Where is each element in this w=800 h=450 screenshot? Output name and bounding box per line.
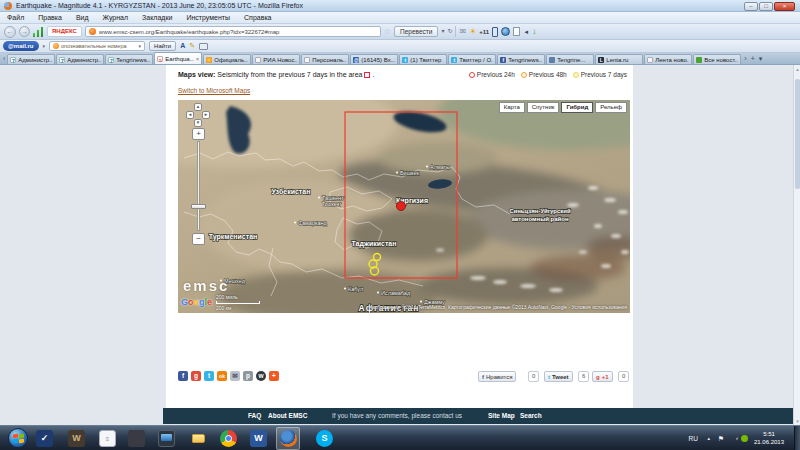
translate-button[interactable]: Перевести xyxy=(394,26,438,37)
map-button-gibrid[interactable]: Гибрид xyxy=(561,102,593,113)
yandex-button[interactable]: ЯНДЕКС xyxy=(47,26,82,37)
tab-twitter-2[interactable]: tТвиттер / О... xyxy=(448,54,496,64)
wordpress-share-icon[interactable]: w xyxy=(256,371,266,381)
taskbar-word-icon[interactable]: W xyxy=(250,430,267,447)
tray-expand-icon[interactable]: ▴ xyxy=(707,435,710,441)
globe-extension-icon[interactable] xyxy=(501,27,510,36)
start-button[interactable] xyxy=(8,428,28,448)
tab-close-icon[interactable]: × xyxy=(196,56,200,62)
tab-earthquake-active[interactable]: ≈Earthqua...× xyxy=(154,52,202,64)
url-bar[interactable]: www.emsc-csem.org/Earthquake/earthquake.… xyxy=(85,26,381,37)
footer-about-link[interactable]: About EMSC xyxy=(268,412,307,419)
taskbar-explorer-icon[interactable] xyxy=(190,430,207,447)
maximize-button[interactable]: □ xyxy=(759,2,773,11)
tab-inbox[interactable]: @(16145) Вх... xyxy=(350,54,398,64)
taskbar-firefox-icon[interactable] xyxy=(280,430,297,447)
mailru-dropdown-icon[interactable]: ▾ xyxy=(43,43,46,49)
odnoklassniki-share-icon[interactable]: ok xyxy=(217,371,227,381)
zoom-out-button[interactable]: − xyxy=(192,233,205,245)
map-button-sputnik[interactable]: Спутник xyxy=(527,102,560,113)
taskbar-dark-app-icon[interactable] xyxy=(128,430,145,447)
seismicity-map[interactable]: Узбекистан Туркменистан Киргизия Таджики… xyxy=(178,100,630,313)
show-desktop-button[interactable] xyxy=(794,426,800,450)
plusone-button[interactable]: g+1 xyxy=(592,371,613,382)
taskbar-chrome-icon[interactable] xyxy=(220,430,237,447)
footer-sitemap-link[interactable]: Site Map xyxy=(488,412,515,419)
taskbar-display-icon[interactable] xyxy=(158,430,175,447)
rank-bars-icon[interactable] xyxy=(33,26,44,37)
addthis-share-icon[interactable]: + xyxy=(269,371,279,381)
print-icon[interactable]: p xyxy=(243,371,253,381)
tab-tengrinews-facebook[interactable]: fTengrinews... xyxy=(497,54,545,64)
tab-admin-1[interactable]: 7Администр... xyxy=(7,54,55,64)
taskbar-check-app-icon[interactable]: ✓ xyxy=(36,430,53,447)
mailru-search-value[interactable]: опознавательные номера xyxy=(61,43,136,49)
pan-control[interactable]: ▲ ◄ ► ▼ xyxy=(186,103,210,127)
twitter-share-icon[interactable]: t xyxy=(204,371,214,381)
map-button-relef[interactable]: Рельеф xyxy=(595,102,627,113)
mail-extension-icon[interactable]: ✉ xyxy=(459,26,466,38)
pan-up-icon[interactable]: ▲ xyxy=(194,103,202,111)
vertical-scrollbar[interactable]: ▴ ▾ xyxy=(793,65,800,425)
network-icon[interactable]: ⸗ xyxy=(736,435,738,441)
tab-lenta-news[interactable]: Лента ново... xyxy=(644,54,692,64)
menu-help[interactable]: Справка xyxy=(237,14,278,21)
zoom-slider-handle[interactable] xyxy=(191,204,206,209)
taskbar-wot-icon[interactable]: W xyxy=(68,430,85,447)
tab-admin-2[interactable]: 7Администр... xyxy=(56,54,104,64)
pan-down-icon[interactable]: ▼ xyxy=(194,119,202,127)
pan-left-icon[interactable]: ◄ xyxy=(186,111,194,119)
weather-extension-icon[interactable]: ☀ xyxy=(469,26,476,38)
tab-tengrinews-admin[interactable]: 7Tengrinews... xyxy=(105,54,153,64)
action-center-flag-icon[interactable]: ⚑ xyxy=(718,435,724,443)
googleplus-share-icon[interactable]: g xyxy=(191,371,201,381)
scroll-down-icon[interactable]: ▾ xyxy=(794,418,800,424)
footer-comments-link[interactable]: If you have any comments, please contact… xyxy=(332,412,462,419)
tab-personal[interactable]: Персональ... xyxy=(301,54,349,64)
scrollbar-thumb[interactable] xyxy=(795,79,800,189)
translate-dropdown-icon[interactable]: ▾ xyxy=(441,26,444,37)
fontsize-icon[interactable]: A xyxy=(180,41,185,51)
reload-icon[interactable]: ↻ xyxy=(447,26,452,37)
find-button[interactable]: Найти xyxy=(149,41,176,51)
tab-ria-news[interactable]: РИА Новос... xyxy=(252,54,300,64)
speaker-extension-icon[interactable]: ◄ xyxy=(523,26,529,38)
bookmark-star-icon[interactable]: ☆ xyxy=(384,27,391,36)
taskbar-notepad-icon[interactable]: ≡ xyxy=(99,430,116,447)
footer-faq-link[interactable]: FAQ xyxy=(248,412,261,419)
pan-right-icon[interactable]: ► xyxy=(202,111,210,119)
epicenter-marker[interactable] xyxy=(397,202,406,211)
back-button[interactable]: ← xyxy=(4,26,16,38)
menu-file[interactable]: Файл xyxy=(0,14,31,21)
switch-to-microsoft-maps-link[interactable]: Switch to Microsoft Maps xyxy=(178,87,250,94)
url-text[interactable]: www.emsc-csem.org/Earthquake/earthquake.… xyxy=(99,29,377,35)
email-share-icon[interactable]: ✉ xyxy=(230,371,240,381)
menu-view[interactable]: Вид xyxy=(69,14,96,21)
mailru-logo-button[interactable]: @mail.ru xyxy=(3,41,39,51)
tweet-button[interactable]: tTweet xyxy=(544,371,573,382)
phone-extension-icon[interactable] xyxy=(492,27,498,37)
mailru-search-field[interactable]: опознавательные номера ▾ xyxy=(49,41,145,51)
tab-tengrinews-2[interactable]: Tengrine... xyxy=(546,54,594,64)
camera-icon[interactable] xyxy=(199,43,208,50)
language-indicator[interactable]: RU xyxy=(689,435,698,442)
facebook-like-button[interactable]: fНравится xyxy=(478,371,516,382)
close-button[interactable]: × xyxy=(774,2,795,11)
list-all-tabs-icon[interactable]: ▾ xyxy=(757,53,765,64)
zoom-slider-track[interactable] xyxy=(197,141,200,231)
tab-all-news[interactable]: Все новост... xyxy=(693,54,741,64)
download-extension-icon[interactable]: ↓ xyxy=(532,26,536,38)
tab-official[interactable]: Официаль... xyxy=(203,54,251,64)
forward-button[interactable]: → xyxy=(19,26,30,37)
footer-search-link[interactable]: Search xyxy=(520,412,542,419)
zoom-in-button[interactable]: + xyxy=(192,128,205,140)
tab-twitter-1[interactable]: t(1) Твиттер xyxy=(399,54,447,64)
search-dropdown-icon[interactable]: ▾ xyxy=(139,43,142,49)
pencil-icon[interactable]: ✎ xyxy=(189,41,195,51)
page-extension-icon[interactable] xyxy=(513,27,520,36)
menu-edit[interactable]: Правка xyxy=(31,14,69,21)
new-tab-button[interactable]: + xyxy=(749,53,757,64)
menu-bookmarks[interactable]: Закладки xyxy=(135,14,179,21)
scroll-up-icon[interactable]: ▴ xyxy=(794,66,800,72)
menu-tools[interactable]: Инструменты xyxy=(179,14,237,21)
